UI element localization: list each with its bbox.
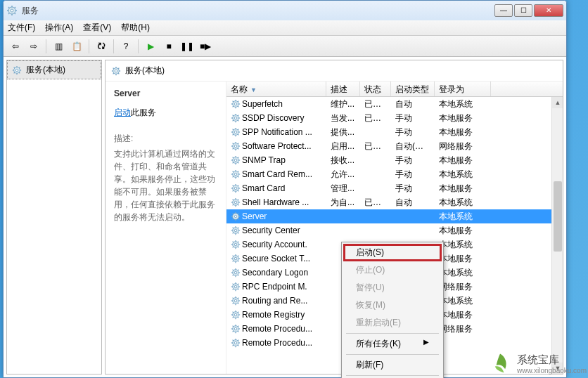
close-button[interactable]: ✕ xyxy=(534,4,563,17)
gear-icon xyxy=(231,226,241,235)
watermark: 系统宝库 www.xilongbaoku.com xyxy=(487,351,587,377)
menu-view[interactable]: 查看(V) xyxy=(83,22,111,34)
right-pane: 服务(本地) Server 启动此服务 描述: 支持此计算机通过网络的文件、打印… xyxy=(105,60,563,374)
watermark-title: 系统宝库 xyxy=(517,353,587,367)
context-pause: 暂停(U) xyxy=(343,279,442,296)
watermark-logo-icon xyxy=(487,351,513,377)
refresh-button[interactable]: 🗘 xyxy=(94,39,109,54)
gear-icon xyxy=(111,66,121,76)
menubar: 文件(F) 操作(A) 查看(V) 帮助(H) xyxy=(4,20,566,36)
start-service-button[interactable]: ▶ xyxy=(143,39,158,54)
menu-help[interactable]: 帮助(H) xyxy=(121,22,150,34)
service-row[interactable]: SSDP Discovery当发...已启动手动本地服务 xyxy=(226,111,563,125)
scroll-up-button[interactable]: ▲ xyxy=(552,97,563,108)
restart-service-button[interactable]: ■▶ xyxy=(198,39,213,54)
watermark-text-block: 系统宝库 www.xilongbaoku.com xyxy=(517,353,587,374)
context-refresh[interactable]: 刷新(F) xyxy=(343,356,442,374)
titlebar[interactable]: 服务 — ☐ ✕ xyxy=(4,1,566,20)
gear-icon xyxy=(231,254,241,263)
tree-root-services-local[interactable]: 服务(本地) xyxy=(7,60,101,79)
column-description[interactable]: 描述 xyxy=(326,82,360,96)
right-body: Server 启动此服务 描述: 支持此计算机通过网络的文件、打印、和命名管道共… xyxy=(106,82,563,374)
separator xyxy=(138,39,139,53)
minimize-button[interactable]: — xyxy=(494,4,513,17)
service-row[interactable]: Smart Card Rem...允许...手动本地系统 xyxy=(226,167,563,181)
list-header: 名称▼ 描述 状态 启动类型 登录为 xyxy=(226,82,563,97)
gear-icon xyxy=(231,169,241,179)
toolbar: ⇦ ⇨ ▥ 📋 🗘 ? ▶ ■ ❚❚ ■▶ xyxy=(4,36,566,57)
submenu-arrow-icon: ▶ xyxy=(423,338,429,346)
gear-icon xyxy=(231,127,241,137)
service-row[interactable]: Software Protect...启用...已启动自动(延迟...网络服务 xyxy=(226,139,563,153)
sort-desc-icon: ▼ xyxy=(250,86,257,93)
context-menu: 启动(S) 停止(O) 暂停(U) 恢复(M) 重新启动(E) 所有任务(K)▶… xyxy=(341,242,444,378)
services-window: 服务 — ☐ ✕ 文件(F) 操作(A) 查看(V) 帮助(H) ⇦ ⇨ ▥ 📋… xyxy=(3,0,567,378)
export-button[interactable]: 📋 xyxy=(69,39,84,54)
gear-icon xyxy=(231,99,241,109)
service-row[interactable]: Smart Card管理...手动本地服务 xyxy=(226,181,563,195)
gear-icon xyxy=(231,338,241,348)
description-label: 描述: xyxy=(114,133,217,145)
service-row[interactable]: Shell Hardware ...为自...已启动自动本地系统 xyxy=(226,195,563,209)
menu-action[interactable]: 操作(A) xyxy=(45,22,73,34)
service-row[interactable]: SPP Notification ...提供...手动本地服务 xyxy=(226,125,563,139)
tree-pane: 服务(本地) xyxy=(6,60,102,374)
right-pane-header: 服务(本地) xyxy=(106,60,563,82)
tree-root-label: 服务(本地) xyxy=(26,64,65,76)
service-row[interactable]: Server本地系统 xyxy=(226,209,563,223)
service-row[interactable]: Security Center本地服务 xyxy=(226,223,563,237)
gear-icon xyxy=(231,268,241,278)
start-service-row: 启动此服务 xyxy=(114,107,217,119)
column-status[interactable]: 状态 xyxy=(360,82,391,96)
column-startup-type[interactable]: 启动类型 xyxy=(391,82,435,96)
context-start[interactable]: 启动(S) xyxy=(343,244,442,261)
service-row[interactable]: Superfetch维护...已启动自动本地系统 xyxy=(226,97,563,111)
context-stop: 停止(O) xyxy=(343,261,442,279)
service-name-heading: Server xyxy=(114,89,217,98)
start-service-suffix: 此服务 xyxy=(131,107,156,117)
forward-button[interactable]: ⇨ xyxy=(26,39,41,54)
column-name[interactable]: 名称▼ xyxy=(226,82,326,96)
separator xyxy=(113,39,114,53)
gear-icon xyxy=(231,282,241,292)
gear-icon xyxy=(231,296,241,306)
context-resume: 恢复(M) xyxy=(343,296,442,314)
separator xyxy=(46,39,46,53)
menu-separator xyxy=(346,333,439,334)
help-button[interactable]: ? xyxy=(118,39,134,54)
vertical-scrollbar[interactable]: ▲ ▼ xyxy=(551,97,563,374)
description-text: 支持此计算机通过网络的文件、打印、和命名管道共享。如果服务停止，这些功能不可用。… xyxy=(114,148,217,223)
gear-icon xyxy=(231,211,241,221)
context-all-tasks[interactable]: 所有任务(K)▶ xyxy=(343,335,442,353)
services-icon xyxy=(6,5,18,16)
column-logon-as[interactable]: 登录为 xyxy=(435,82,491,96)
gear-icon xyxy=(12,65,22,75)
gear-icon xyxy=(231,183,241,193)
menu-separator xyxy=(346,354,439,355)
gear-icon xyxy=(231,310,241,320)
gear-icon xyxy=(231,197,241,207)
gear-icon xyxy=(231,155,241,165)
right-header-title: 服务(本地) xyxy=(125,65,165,77)
window-controls: — ☐ ✕ xyxy=(494,4,563,17)
window-title: 服务 xyxy=(22,5,494,17)
gear-icon xyxy=(231,141,241,151)
watermark-url: www.xilongbaoku.com xyxy=(517,367,587,374)
start-service-link[interactable]: 启动 xyxy=(114,107,131,117)
pause-service-button[interactable]: ❚❚ xyxy=(179,39,195,54)
content-area: 服务(本地) 服务(本地) Server 启动此服务 描述: 支持此计算机通过网… xyxy=(4,57,566,377)
stop-service-button[interactable]: ■ xyxy=(161,39,177,54)
gear-icon xyxy=(231,324,241,334)
context-restart: 重新启动(E) xyxy=(343,314,442,332)
detail-pane: Server 启动此服务 描述: 支持此计算机通过网络的文件、打印、和命名管道共… xyxy=(106,82,226,374)
back-button[interactable]: ⇦ xyxy=(8,39,23,54)
menu-file[interactable]: 文件(F) xyxy=(8,22,35,34)
menu-separator xyxy=(346,375,439,376)
separator xyxy=(89,39,89,53)
service-row[interactable]: SNMP Trap接收...手动本地服务 xyxy=(226,153,563,167)
scrollbar-thumb[interactable] xyxy=(554,181,562,252)
gear-icon xyxy=(231,113,241,123)
gear-icon xyxy=(231,240,241,249)
maximize-button[interactable]: ☐ xyxy=(514,4,532,17)
show-hide-button[interactable]: ▥ xyxy=(51,39,66,54)
